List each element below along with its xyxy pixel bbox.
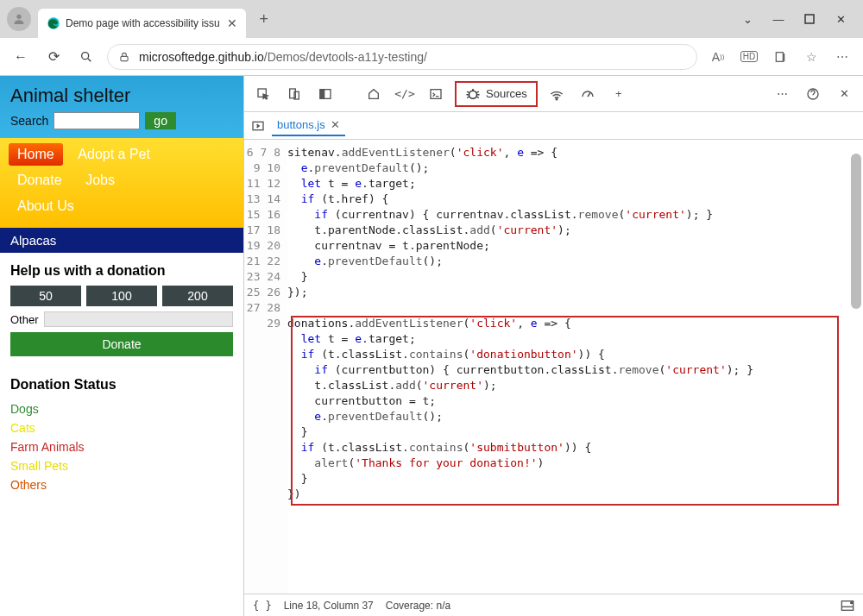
- read-aloud-icon[interactable]: A)): [706, 45, 730, 69]
- svg-rect-12: [320, 89, 324, 98]
- nav-jobs[interactable]: Jobs: [77, 169, 123, 192]
- svg-line-4: [88, 59, 91, 61]
- edge-icon: [47, 16, 60, 30]
- site-nav: Home Adopt a Pet Donate Jobs About Us: [0, 138, 243, 228]
- file-tab-close-icon[interactable]: ✕: [331, 118, 340, 131]
- favorite-icon[interactable]: ☆: [799, 45, 823, 69]
- back-button[interactable]: ←: [9, 45, 33, 69]
- amount-50[interactable]: 50: [10, 286, 81, 306]
- svg-rect-2: [805, 15, 814, 23]
- search-label: Search: [10, 114, 48, 128]
- other-label: Other: [10, 313, 39, 326]
- svg-rect-13: [431, 89, 441, 98]
- section-alpacas[interactable]: Alpacas: [0, 228, 243, 253]
- scrollbar-thumb[interactable]: [851, 154, 861, 309]
- svg-rect-5: [121, 56, 128, 60]
- status-dogs[interactable]: Dogs: [10, 399, 233, 418]
- sources-label: Sources: [486, 87, 527, 100]
- tab-close-icon[interactable]: ✕: [227, 16, 237, 30]
- devtools-close-icon[interactable]: ✕: [832, 82, 856, 106]
- svg-point-3: [82, 52, 89, 59]
- help-icon[interactable]: [801, 82, 825, 106]
- svg-line-16: [467, 91, 469, 93]
- hd-icon[interactable]: HD: [737, 45, 761, 69]
- status-others[interactable]: Others: [10, 475, 233, 494]
- devtools-more-icon[interactable]: ⋯: [770, 82, 794, 106]
- show-console-icon[interactable]: [841, 600, 854, 612]
- performance-icon[interactable]: [576, 82, 600, 106]
- page-title: Animal shelter: [10, 85, 233, 107]
- devtools-tabbar: </> Sources + ⋯ ✕: [244, 76, 863, 112]
- console-icon[interactable]: [424, 82, 448, 106]
- window-minimize-button[interactable]: —: [772, 12, 785, 26]
- donate-button[interactable]: Donate: [10, 332, 233, 356]
- amount-100[interactable]: 100: [86, 286, 157, 306]
- dock-icon[interactable]: [313, 82, 337, 106]
- status-heading: Donation Status: [10, 377, 233, 393]
- address-host: microsoftedge.github.io/Demos/devtools-a…: [139, 50, 427, 64]
- device-icon[interactable]: [282, 82, 306, 106]
- more-icon[interactable]: ⋯: [830, 45, 854, 69]
- code-content: sitenav.addEventListener('click', e => {…: [287, 140, 863, 594]
- tab-title: Demo page with accessibility issu: [66, 17, 220, 29]
- welcome-icon[interactable]: [362, 82, 386, 106]
- svg-point-14: [469, 91, 477, 98]
- search-icon[interactable]: [74, 45, 98, 69]
- tab-sources[interactable]: Sources: [455, 81, 538, 107]
- svg-rect-6: [776, 52, 783, 61]
- more-tabs-icon[interactable]: +: [607, 82, 631, 106]
- browser-tab[interactable]: Demo page with accessibility issu ✕: [38, 9, 246, 38]
- collections-icon[interactable]: [768, 45, 792, 69]
- window-maximize-button[interactable]: [803, 12, 816, 26]
- devtools-statusbar: { } Line 18, Column 37 Coverage: n/a: [244, 594, 863, 616]
- svg-point-0: [16, 15, 21, 19]
- devtools-panel: </> Sources + ⋯ ✕ buttons.js ✕: [244, 76, 863, 616]
- refresh-button[interactable]: ⟳: [41, 45, 66, 69]
- window-close-button[interactable]: ✕: [834, 12, 847, 26]
- donation-heading: Help us with a donation: [10, 263, 233, 279]
- svg-point-28: [851, 601, 853, 603]
- address-bar[interactable]: microsoftedge.github.io/Demos/devtools-a…: [107, 44, 697, 70]
- code-editor[interactable]: 6 7 8 9 10 11 12 13 14 15 16 17 18 19 20…: [244, 140, 863, 594]
- amount-200[interactable]: 200: [162, 286, 233, 306]
- nav-home[interactable]: Home: [9, 143, 63, 166]
- status-farm[interactable]: Farm Animals: [10, 437, 233, 456]
- line-gutter: 6 7 8 9 10 11 12 13 14 15 16 17 18 19 20…: [244, 140, 287, 594]
- svg-line-17: [477, 91, 479, 93]
- other-input[interactable]: [44, 311, 233, 327]
- chevron-down-icon[interactable]: ⌄: [740, 12, 754, 26]
- browser-toolbar: ← ⟳ microsoftedge.github.io/Demos/devtoo…: [0, 38, 863, 76]
- status-cats[interactable]: Cats: [10, 418, 233, 437]
- status-small[interactable]: Small Pets: [10, 456, 233, 475]
- pretty-print-icon[interactable]: { }: [253, 600, 272, 612]
- svg-line-23: [588, 92, 590, 97]
- network-icon[interactable]: [545, 82, 569, 106]
- elements-icon[interactable]: </>: [393, 82, 417, 106]
- file-tabbar: buttons.js ✕: [244, 112, 863, 140]
- profile-icon[interactable]: [7, 7, 31, 31]
- lock-icon: [118, 51, 130, 63]
- browser-titlebar: Demo page with accessibility issu ✕ + ⌄ …: [0, 0, 863, 38]
- go-button[interactable]: go: [145, 112, 176, 129]
- file-tab-label: buttons.js: [277, 118, 325, 131]
- nav-donate[interactable]: Donate: [9, 169, 71, 192]
- cursor-position: Line 18, Column 37: [284, 600, 374, 612]
- svg-line-19: [477, 97, 479, 98]
- search-input[interactable]: [54, 112, 140, 129]
- svg-line-18: [467, 97, 469, 98]
- file-tab-buttons-js[interactable]: buttons.js ✕: [272, 115, 345, 136]
- navigator-toggle-icon[interactable]: [251, 119, 265, 133]
- svg-point-22: [556, 98, 557, 100]
- bug-icon: [465, 86, 481, 102]
- nav-about[interactable]: About Us: [9, 195, 83, 217]
- rendered-page: Animal shelter Search go Home Adopt a Pe…: [0, 76, 244, 616]
- inspect-icon[interactable]: [251, 82, 275, 106]
- new-tab-button[interactable]: +: [251, 6, 277, 32]
- nav-adopt[interactable]: Adopt a Pet: [69, 143, 159, 166]
- coverage-status: Coverage: n/a: [386, 600, 450, 612]
